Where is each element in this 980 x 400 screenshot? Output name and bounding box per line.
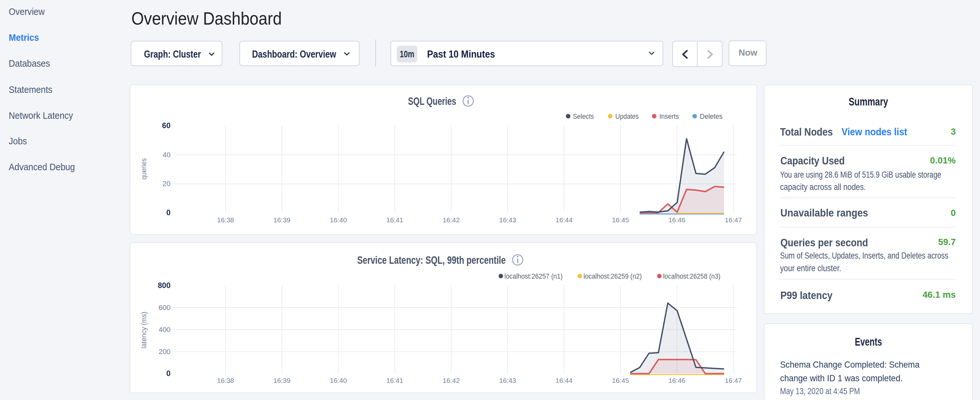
svg-text:16:47: 16:47 — [725, 377, 742, 384]
svg-text:16:43: 16:43 — [499, 216, 516, 224]
svg-text:Selects: Selects — [573, 113, 594, 120]
svg-text:20: 20 — [163, 180, 170, 188]
svg-text:16:40: 16:40 — [330, 216, 347, 224]
svg-text:16:39: 16:39 — [274, 377, 291, 384]
svg-text:16:38: 16:38 — [217, 216, 234, 224]
svg-text:16:41: 16:41 — [386, 216, 404, 224]
svg-text:16:44: 16:44 — [555, 377, 573, 384]
svg-text:16:40: 16:40 — [330, 377, 347, 384]
svg-text:localhost:26258 (n3): localhost:26258 (n3) — [663, 273, 721, 280]
svg-text:800: 800 — [158, 281, 170, 290]
svg-text:localhost:26259 (n2): localhost:26259 (n2) — [584, 273, 642, 280]
svg-text:latency (ms): latency (ms) — [140, 312, 148, 349]
svg-text:Service Latency: SQL, 99th per: Service Latency: SQL, 99th percentile — [357, 254, 506, 266]
svg-text:400: 400 — [159, 325, 170, 334]
svg-text:16:43: 16:43 — [499, 377, 516, 384]
svg-text:16:44: 16:44 — [555, 216, 573, 224]
svg-text:16:45: 16:45 — [612, 377, 629, 384]
svg-text:40: 40 — [163, 151, 170, 159]
svg-text:200: 200 — [159, 347, 170, 356]
svg-text:SQL Queries: SQL Queries — [408, 95, 456, 107]
svg-text:16:47: 16:47 — [725, 216, 742, 224]
svg-text:Updates: Updates — [616, 113, 639, 120]
svg-text:localhost:26257 (n1): localhost:26257 (n1) — [504, 273, 563, 280]
svg-text:16:41: 16:41 — [386, 377, 404, 384]
svg-text:16:38: 16:38 — [217, 377, 234, 384]
svg-text:16:45: 16:45 — [612, 216, 629, 224]
svg-text:16:42: 16:42 — [442, 377, 460, 384]
svg-text:16:46: 16:46 — [668, 216, 686, 224]
svg-text:600: 600 — [159, 304, 170, 312]
svg-text:0: 0 — [166, 209, 170, 217]
svg-text:queries: queries — [140, 158, 148, 180]
svg-text:16:39: 16:39 — [274, 216, 291, 224]
svg-text:60: 60 — [162, 121, 170, 130]
svg-text:0: 0 — [166, 369, 170, 378]
svg-text:Deletes: Deletes — [700, 113, 722, 120]
svg-text:16:46: 16:46 — [668, 377, 686, 384]
svg-text:16:42: 16:42 — [442, 216, 460, 224]
svg-text:Inserts: Inserts — [659, 113, 679, 120]
